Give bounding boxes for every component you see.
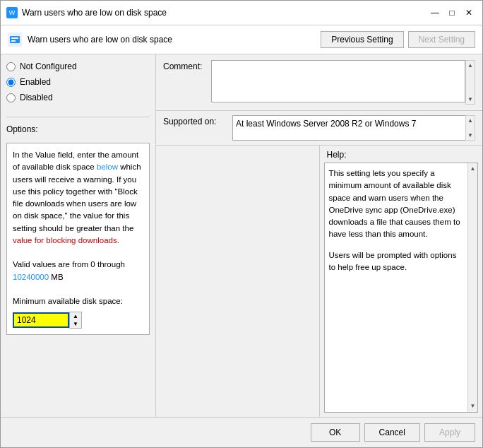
radio-group: Not Configured Enabled Disabled: [6, 61, 150, 102]
help-section: Help: This setting lets you specify a mi…: [320, 146, 483, 417]
comment-section: Comment: ▲ ▼: [156, 54, 482, 111]
supported-box-wrapper: At least Windows Server 2008 R2 or Windo…: [232, 115, 475, 141]
options-valid-range: 10240000: [13, 273, 49, 281]
previous-setting-button[interactable]: Previous Setting: [321, 31, 403, 48]
main-window: W Warn users who are low on disk space —…: [0, 0, 483, 448]
cancel-button[interactable]: Cancel: [364, 423, 420, 442]
header-policy-icon: [8, 33, 22, 47]
disk-space-spinner-input[interactable]: [13, 312, 69, 328]
help-text-box: This setting lets you specify a minimum …: [324, 163, 479, 413]
header-left: Warn users who are low on disk space: [8, 33, 172, 47]
options-text-box: In the Value field, enter the amount of …: [6, 143, 150, 335]
next-setting-button[interactable]: Next Setting: [408, 31, 475, 48]
spinner-down-button[interactable]: ▼: [70, 320, 81, 328]
not-configured-radio[interactable]: [6, 62, 16, 71]
header-bar: Warn users who are low on disk space Pre…: [1, 25, 482, 54]
supported-scroll-up[interactable]: ▲: [466, 116, 475, 125]
svg-rect-5: [11, 40, 16, 42]
not-configured-label: Not Configured: [20, 61, 77, 71]
supported-label: Supported on:: [163, 115, 227, 126]
svg-rect-4: [11, 37, 18, 39]
window-icon: W: [6, 7, 18, 18]
help-label: Help:: [320, 146, 483, 163]
spinner-buttons: ▲ ▼: [69, 312, 82, 329]
close-button[interactable]: ✕: [461, 5, 477, 20]
spinner-container: ▲ ▼: [13, 312, 143, 329]
help-scroll-up[interactable]: ▲: [469, 163, 477, 175]
left-panel: Not Configured Enabled Disabled Options:…: [1, 54, 156, 417]
window-title: Warn users who are low on disk space: [22, 8, 167, 18]
options-desc-3: value for blocking downloads.: [13, 236, 119, 244]
comment-label: Comment:: [163, 60, 205, 105]
comment-box-wrapper: ▲ ▼: [211, 60, 475, 105]
supported-box: At least Windows Server 2008 R2 or Windo…: [232, 115, 475, 141]
bottom-left-empty: [156, 146, 320, 417]
supported-text: At least Windows Server 2008 R2 or Windo…: [236, 119, 416, 129]
svg-text:W: W: [9, 9, 16, 16]
supported-scroll-down[interactable]: ▼: [466, 131, 475, 140]
options-below-highlight: below: [97, 163, 118, 171]
disabled-radio[interactable]: [6, 93, 16, 102]
comment-scroll-up[interactable]: ▲: [466, 61, 475, 70]
maximize-button[interactable]: □: [444, 5, 460, 20]
options-valid-prefix: Valid values are from 0 through: [13, 260, 125, 269]
options-label: Options:: [6, 124, 150, 134]
options-desc-2: which users will receive a warning. If y…: [13, 163, 141, 232]
min-disk-label: Minimum available disk space:: [13, 295, 143, 307]
minimize-button[interactable]: —: [427, 5, 443, 20]
enabled-radio[interactable]: [6, 78, 16, 87]
enabled-label: Enabled: [20, 77, 51, 87]
title-bar: W Warn users who are low on disk space —…: [1, 1, 482, 25]
disabled-label: Disabled: [20, 93, 53, 102]
ok-button[interactable]: OK: [311, 423, 360, 442]
help-scroll-down[interactable]: ▼: [469, 401, 477, 412]
comment-scroll-down[interactable]: ▼: [466, 95, 475, 104]
right-panel: Comment: ▲ ▼ Supported on: At least Wind…: [156, 54, 482, 417]
header-buttons: Previous Setting Next Setting: [321, 31, 475, 48]
svg-rect-3: [10, 36, 20, 43]
supported-scrollbar: ▲ ▼: [465, 115, 475, 141]
help-text-1: This setting lets you specify a minimum …: [329, 167, 464, 241]
help-text-2: Users will be prompted with options to h…: [329, 249, 464, 274]
not-configured-option[interactable]: Not Configured: [6, 61, 150, 71]
comment-textarea[interactable]: [211, 60, 465, 102]
help-text-content: This setting lets you specify a minimum …: [329, 167, 464, 273]
comment-scrollbar: ▲ ▼: [465, 60, 475, 105]
disabled-option[interactable]: Disabled: [6, 93, 150, 102]
divider: [6, 117, 150, 117]
options-valid-unit: MB: [49, 273, 63, 281]
apply-button[interactable]: Apply: [424, 423, 475, 442]
title-bar-left: W Warn users who are low on disk space: [6, 7, 167, 18]
content-area: Not Configured Enabled Disabled Options:…: [1, 54, 482, 417]
enabled-option[interactable]: Enabled: [6, 77, 150, 87]
supported-section: Supported on: At least Windows Server 20…: [156, 111, 482, 146]
help-scrollbar: ▲ ▼: [467, 163, 477, 412]
header-title: Warn users who are low on disk space: [28, 35, 172, 45]
spinner-up-button[interactable]: ▲: [70, 312, 81, 320]
footer: OK Cancel Apply: [1, 417, 482, 447]
title-controls: — □ ✕: [427, 5, 477, 20]
bottom-panels: Help: This setting lets you specify a mi…: [156, 146, 482, 417]
